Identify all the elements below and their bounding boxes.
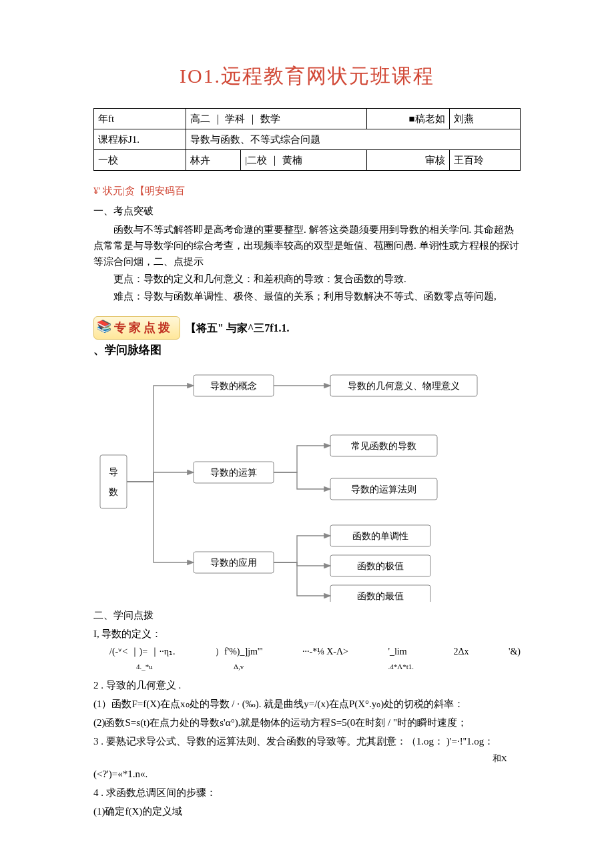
text: Δ,v: [234, 663, 244, 671]
point-3c: (<?')=«*1.n«.: [93, 766, 521, 782]
point-3b: 和X: [93, 752, 507, 766]
text: ｜: [213, 113, 223, 124]
text: '_lim: [388, 646, 406, 657]
table-row: 一校 林卉 |二校 ｜ 黄楠 审核 王百玲: [94, 150, 521, 171]
text: 学科: [225, 113, 245, 124]
cell: 审核: [367, 150, 449, 171]
svg-rect-0: [100, 455, 127, 508]
point-4-title: 4 . 求函数总调区间的步骤：: [93, 785, 521, 801]
point-2a: (1）函数F=f(X)在点x₀处的导数 / · (‰). 就是曲线y=/(x)在…: [93, 696, 521, 712]
text: ■稿老如: [408, 113, 444, 124]
kmap-leaf2b: 导数的运算法则: [351, 484, 416, 494]
kmap-leaf3a: 函数的单调性: [352, 531, 408, 541]
cell: 林卉: [186, 150, 241, 171]
meta-table: 年ft 高二 ｜ 学科 ｜ 数学 ■稿老如 刘燕 课程标J1. 导数与函数、不等…: [93, 108, 521, 171]
text: 4._*u: [136, 663, 153, 671]
cell: |二校 ｜ 黄楠: [241, 150, 367, 171]
text: 数学: [260, 113, 280, 124]
formula-frag: '&): [509, 644, 521, 675]
expert-badge-icon: 专家点拨: [93, 316, 180, 340]
formula-row: /(-ᵛ< ｜)= ｜··η₁. 4._*u ）f'%)_]jm''' Δ,v …: [109, 644, 521, 675]
text: 林卉: [190, 155, 210, 165]
kmap-title: 、学问脉络图: [93, 341, 521, 359]
kmap-leaf3c: 函数的最值: [357, 591, 404, 601]
cell: 王百玲: [449, 150, 520, 171]
kmap-mid2: 导数的运算: [210, 468, 257, 478]
section-heading: 一、考点突破: [93, 203, 521, 219]
point-1-title: I, 导数的定义：: [93, 626, 521, 642]
cell: 一校: [94, 150, 186, 171]
kmap-mid3: 导数的应用: [210, 558, 257, 568]
status-line: ¥' 状元|贪【明安码百: [93, 183, 521, 199]
formula-frag: /(-ᵛ< ｜)= ｜··η₁. 4._*u: [109, 644, 176, 675]
cell: 课程标J1.: [94, 129, 186, 150]
formula-frag: ···-*⅛ X-Λ>: [302, 644, 348, 675]
formula-frag: '_lim .4*Λ*t1.: [388, 644, 414, 675]
text: 高二: [190, 113, 210, 124]
table-row: 年ft 高二 ｜ 学科 ｜ 数学 ■稿老如 刘燕: [94, 109, 521, 129]
kmap-leaf1: 导数的几何意义、物理意义: [348, 381, 460, 391]
text: .4*Λ*t1.: [388, 663, 414, 671]
expert-subtitle: 【将五" 与家^三7f1.1.: [186, 320, 290, 337]
table-row: 课程标J1. 导数与函数、不等式综合问题: [94, 129, 521, 150]
point-4a: (1)确定f(X)的定义域: [93, 803, 521, 819]
text: 黄楠: [282, 155, 302, 165]
text: ）f'%)_]jm''': [215, 646, 263, 657]
cell: 刘燕: [449, 109, 520, 129]
knowledge-map: 导 数 导数的概念 导数的运算 导数的应用 导数的几何意义、物理意义 常见函数的…: [93, 362, 507, 602]
text: ｜: [248, 113, 258, 124]
expert-row: 专家点拨 【将五" 与家^三7f1.1.: [93, 316, 521, 340]
paragraph: 函数与不等式解答即是高考命遨的重要整型. 解答这类题须要用到导数的相关学问. 其…: [93, 222, 521, 270]
point-3a: 3 . 要熟记求导公式、导数的运算法则、发合函数的导致等。尤其剧意：（1.og：…: [93, 733, 521, 749]
page-title: IO1.远程教育网状元班课程: [93, 60, 521, 92]
kmap-root-a: 导: [109, 467, 118, 477]
paragraph: 难点：导数与函数单调性、极佟、最值的关系；利用导数解决不等式、函数零点等问题,: [93, 288, 521, 304]
kmap-mid1: 导数的概念: [210, 381, 257, 391]
cell: 高二 ｜ 学科 ｜ 数学: [186, 109, 367, 129]
kmap-leaf2a: 常见函数的导数: [351, 441, 416, 451]
point-2-title: 2 . 导致的几何意义 .: [93, 677, 521, 693]
section-heading: 二、学问点拨: [93, 607, 521, 623]
point-2b: (2)函数S=s(t)在点力处的导数s'α°),就是物体的运动方程S=5(0在时…: [93, 715, 521, 731]
cell: ■稿老如: [367, 109, 449, 129]
formula-frag: ）f'%)_]jm''' Δ,v: [215, 644, 263, 675]
cell: 导数与函数、不等式综合问题: [186, 129, 520, 150]
formula-frag: 2Δx: [453, 644, 469, 675]
text: ｜: [270, 155, 280, 165]
text: |二校: [245, 155, 267, 165]
kmap-leaf3b: 函数的极值: [357, 561, 404, 571]
cell: 年ft: [94, 109, 186, 129]
kmap-root-b: 数: [109, 487, 118, 497]
text: /(-ᵛ< ｜)= ｜··η₁.: [109, 646, 176, 657]
paragraph: 更点：导数的定义和几何意义：和差积商的导致：复合函数的导致.: [93, 271, 521, 287]
